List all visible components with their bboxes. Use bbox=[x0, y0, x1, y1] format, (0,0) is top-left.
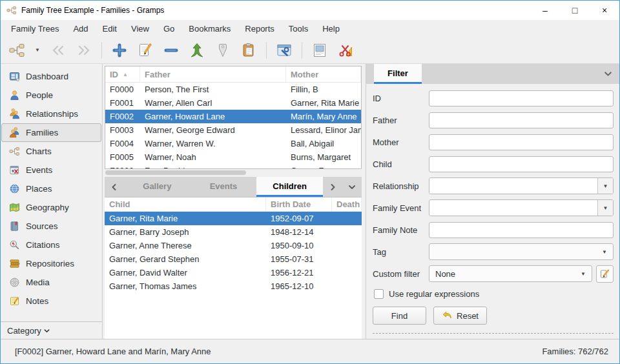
menu-help[interactable]: Help bbox=[315, 21, 347, 36]
clipboard-button[interactable] bbox=[236, 39, 262, 62]
child-row[interactable]: Garner, David Walter 1956-12-21 bbox=[105, 266, 362, 279]
child-row[interactable]: Garner, Barry Joseph 1948-12-14 bbox=[105, 225, 362, 239]
merge-button[interactable] bbox=[184, 39, 210, 62]
family-row[interactable]: F0004 Warner, Warren W. Ball, Abigail bbox=[105, 137, 361, 150]
sidebar-item-citations[interactable]: Citations bbox=[1, 236, 101, 254]
dropdown-arrow-icon[interactable]: ▼ bbox=[597, 200, 613, 216]
family-trees-button[interactable] bbox=[4, 39, 30, 62]
filter-relationship-input[interactable] bbox=[429, 178, 597, 194]
tag-button[interactable] bbox=[210, 39, 236, 62]
sidebar-item-geography[interactable]: Geography bbox=[1, 198, 101, 217]
dropdown-arrow-icon[interactable]: ▼ bbox=[597, 178, 613, 194]
sidebar-item-repositories[interactable]: Repositories bbox=[1, 254, 101, 273]
family-row[interactable]: F0005 Warner, Noah Burns, Margaret bbox=[105, 150, 361, 164]
tabs-scroll-right-button[interactable] bbox=[323, 177, 342, 197]
filter-family-note-input[interactable] bbox=[429, 222, 614, 238]
dashboard-icon bbox=[9, 71, 20, 82]
filter-father-input[interactable] bbox=[429, 112, 614, 128]
close-button[interactable]: × bbox=[590, 1, 619, 20]
family-trees-dropdown-button[interactable]: ▼ bbox=[30, 39, 45, 62]
reset-button[interactable]: Reset bbox=[433, 307, 487, 325]
column-header-death[interactable]: Death bbox=[332, 197, 362, 211]
sidebar-item-label: Dashboard bbox=[26, 72, 68, 81]
maximize-button[interactable]: □ bbox=[560, 1, 590, 20]
filter-row-family-note: Family Note bbox=[373, 221, 614, 238]
tab-filter[interactable]: Filter bbox=[374, 64, 422, 84]
menu-bookmarks[interactable]: Bookmarks bbox=[181, 21, 238, 36]
column-header-birth-date[interactable]: Birth Date bbox=[266, 197, 332, 211]
family-row[interactable]: F0006 Fox, David Green, Frances bbox=[105, 164, 361, 169]
sidebar-item-charts[interactable]: Charts bbox=[1, 142, 101, 161]
edit-custom-filter-button[interactable] bbox=[596, 265, 614, 283]
child-row-selected[interactable]: Garner, Rita Marie 1952-09-07 bbox=[105, 212, 362, 225]
filter-label-tag: Tag bbox=[373, 247, 429, 257]
back-button[interactable] bbox=[45, 39, 71, 62]
tools-button[interactable] bbox=[333, 39, 358, 62]
menu-edit[interactable]: Edit bbox=[96, 21, 124, 36]
chevron-down-icon bbox=[348, 183, 356, 191]
menu-tools[interactable]: Tools bbox=[282, 21, 315, 36]
family-row-selected[interactable]: F0002 Garner, Howard Lane Marín, Mary An… bbox=[105, 110, 361, 123]
family-row[interactable]: F0003 Warner, George Edward Lessard, Eli… bbox=[105, 123, 361, 137]
panel-resize-handle[interactable] bbox=[373, 333, 614, 335]
statusbar: [F0002] Garner, Howard Lane and Marín, M… bbox=[1, 339, 619, 363]
scrollbar-thumb[interactable] bbox=[105, 170, 246, 175]
tabs-scroll-left-button[interactable] bbox=[105, 177, 124, 197]
menu-view[interactable]: View bbox=[124, 21, 156, 36]
configure-icon bbox=[276, 42, 293, 59]
tab-gallery[interactable]: Gallery bbox=[124, 177, 191, 197]
add-button[interactable] bbox=[107, 39, 132, 62]
child-row[interactable]: Garner, Anne Therese 1950-09-10 bbox=[105, 239, 362, 252]
family-row[interactable]: F0001 Warner, Allen Carl Garner, Rita Ma… bbox=[105, 96, 361, 110]
notes-icon bbox=[9, 296, 20, 307]
filter-child-input[interactable] bbox=[429, 156, 614, 172]
configure-button[interactable] bbox=[271, 39, 297, 62]
filter-family-event-input[interactable] bbox=[429, 200, 597, 216]
filter-tag-dropdown[interactable]: ▼ bbox=[429, 243, 614, 260]
column-header-id[interactable]: ID ▲ bbox=[105, 66, 140, 82]
regex-checkbox[interactable] bbox=[374, 289, 384, 299]
forward-button[interactable] bbox=[71, 39, 97, 62]
tab-children[interactable]: Children bbox=[256, 177, 323, 197]
find-button[interactable]: Find bbox=[373, 307, 426, 325]
citations-icon bbox=[9, 239, 20, 250]
sidebar-menu-button[interactable] bbox=[596, 64, 619, 84]
category-selector[interactable]: Category bbox=[1, 321, 102, 339]
edit-icon bbox=[137, 42, 154, 59]
sidebar-item-label: Families bbox=[26, 128, 58, 137]
sidebar-item-people[interactable]: People bbox=[1, 86, 101, 105]
sidebar-item-relationships[interactable]: Relationships bbox=[1, 105, 101, 123]
menu-go[interactable]: Go bbox=[156, 21, 181, 36]
menu-family-trees[interactable]: Family Trees bbox=[4, 21, 66, 36]
filter-mother-input[interactable] bbox=[429, 134, 614, 150]
child-row[interactable]: Garner, Thomas James 1965-12-10 bbox=[105, 279, 362, 293]
chevron-right-icon bbox=[329, 183, 336, 191]
reports-button[interactable] bbox=[307, 39, 333, 62]
column-header-father[interactable]: Father bbox=[140, 66, 286, 82]
menu-reports[interactable]: Reports bbox=[238, 21, 282, 36]
sidebar-item-families[interactable]: Families bbox=[1, 123, 101, 142]
toolbar: ▼ bbox=[1, 37, 619, 64]
child-row[interactable]: Garner, Gerard Stephen 1955-07-31 bbox=[105, 252, 362, 266]
edit-button[interactable] bbox=[132, 39, 158, 62]
sidebar-item-events[interactable]: Events bbox=[1, 161, 101, 179]
sidebar-item-notes[interactable]: Notes bbox=[1, 292, 101, 310]
column-header-child[interactable]: Child bbox=[105, 197, 266, 211]
geography-icon bbox=[9, 202, 20, 213]
filter-id-input[interactable] bbox=[429, 90, 614, 106]
remove-button[interactable] bbox=[158, 39, 184, 62]
sidebar-item-sources[interactable]: Sources bbox=[1, 217, 101, 236]
menu-add[interactable]: Add bbox=[66, 21, 95, 36]
sidebar-item-label: Relationships bbox=[26, 109, 78, 119]
family-row[interactable]: F0000 Person, The First Fillin, B bbox=[105, 83, 361, 96]
custom-filter-dropdown[interactable]: None ▼ bbox=[429, 265, 592, 282]
tabs-menu-button[interactable] bbox=[342, 177, 362, 197]
sidebar-item-media[interactable]: Media bbox=[1, 273, 101, 292]
horizontal-scrollbar[interactable] bbox=[105, 170, 361, 176]
tab-events[interactable]: Events bbox=[191, 177, 257, 197]
column-header-mother[interactable]: Mother bbox=[286, 66, 361, 82]
sidebar-item-dashboard[interactable]: Dashboard bbox=[1, 67, 101, 86]
gramps-window: Family Tree Example - Families - Gramps … bbox=[0, 0, 620, 364]
minimize-button[interactable]: – bbox=[530, 1, 560, 20]
sidebar-item-places[interactable]: Places bbox=[1, 179, 101, 198]
